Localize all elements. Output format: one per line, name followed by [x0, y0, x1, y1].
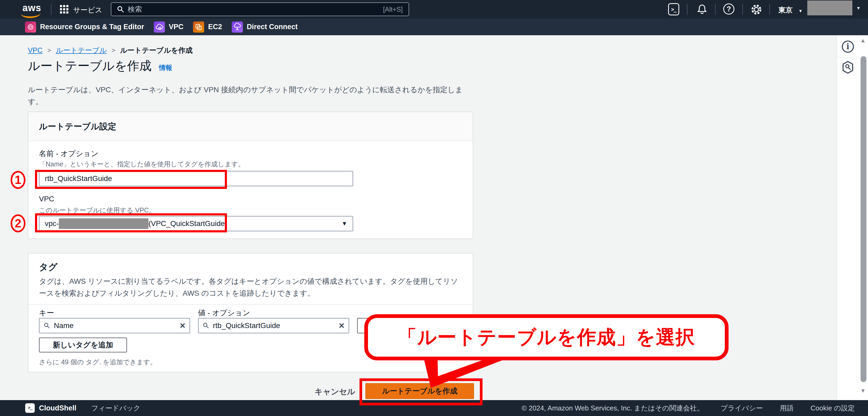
topbar-divider [742, 4, 743, 15]
favorite-label: VPC [169, 23, 184, 31]
region-label: 東京 [778, 6, 793, 14]
footer-cloudshell[interactable]: CloudShell [39, 404, 76, 412]
footer-copyright: © 2024, Amazon Web Services, Inc. またはその関… [522, 404, 704, 413]
services-menu[interactable]: サービス [73, 5, 102, 15]
account-menu-chevron-down-icon[interactable]: ▼ [856, 6, 861, 10]
aws-console-screen: aws サービス 検索 [Alt+S] >_ ? [0, 0, 868, 416]
tags-panel-header: タグ [39, 261, 58, 273]
search-icon [44, 322, 50, 329]
direct-connect-icon [232, 22, 243, 33]
breadcrumb: VPC > ルートテーブル > ルートテーブルを作成 [28, 45, 193, 55]
vpc-icon [154, 22, 165, 33]
settings-panel-header: ルートテーブル設定 [28, 112, 473, 141]
tags-divider [28, 304, 473, 305]
breadcrumb-vpc-link[interactable]: VPC [28, 46, 43, 55]
annotation-step-2-badge: 2 [10, 214, 26, 232]
search-shortcut: [Alt+S] [383, 6, 403, 13]
help-icon[interactable]: ? [723, 3, 734, 14]
resource-groups-icon [25, 22, 36, 33]
aws-smile-arc [21, 12, 40, 18]
select-chevron-down-icon: ▼ [341, 220, 347, 227]
name-field-helper: 「Name」というキーと、指定した値を使用してタグを作成します。 [39, 160, 245, 168]
clear-key-icon[interactable]: × [180, 322, 185, 330]
cloudshell-icon[interactable]: >_ [668, 3, 679, 15]
services-grid-icon[interactable] [60, 5, 69, 14]
notifications-bell-icon[interactable] [696, 3, 708, 15]
search-placeholder: 検索 [128, 4, 379, 14]
tags-panel-description: タグは、AWS リソースに割り当てるラベルです。各タグはキーとオプションの値で構… [39, 275, 463, 299]
tag-key-value: Name [54, 321, 74, 330]
vpc-field-label: VPC [39, 195, 54, 203]
resources-hexagon-icon[interactable] [841, 60, 854, 74]
tags-remaining-text: さらに 49 個の タグ. を追加できます。 [39, 358, 157, 366]
search-input[interactable]: 検索 [Alt+S] [111, 2, 409, 16]
favorite-label: Resource Groups & Tag Editor [40, 23, 144, 31]
add-new-tag-button[interactable]: 新しいタグを追加 [39, 338, 127, 352]
favorite-label: EC2 [208, 23, 222, 31]
breadcrumb-separator: > [112, 46, 115, 54]
favorite-vpc[interactable]: VPC [154, 22, 184, 33]
annotation-callout-bubble: 「ルートテーブルを作成」を選択 [364, 314, 728, 360]
footer-terms-link[interactable]: 用語 [780, 404, 794, 413]
breadcrumb-separator: > [48, 46, 51, 54]
tag-value-value: rtb_QuickStartGuide [213, 321, 280, 330]
cancel-button[interactable]: キャンセル [313, 386, 355, 397]
tag-value-label: 値 - オプション [198, 308, 250, 318]
annotation-box-vpc-select [35, 213, 227, 232]
search-icon [203, 322, 209, 329]
tag-key-label: キー [39, 308, 54, 318]
favorite-resource-groups[interactable]: Resource Groups & Tag Editor [25, 22, 144, 33]
info-panel-icon[interactable]: i [842, 40, 854, 53]
annotation-box-name-input [35, 170, 227, 189]
tag-key-input[interactable]: Name × [39, 318, 190, 333]
page-title: ルートテーブルを作成 [28, 58, 151, 74]
aws-logo[interactable]: aws [20, 3, 44, 16]
page-heading: ルートテーブルを作成 情報 [28, 58, 172, 74]
favorite-direct-connect[interactable]: Direct Connect [232, 22, 298, 33]
region-selector[interactable]: 東京 ▼ [778, 5, 803, 15]
footer-privacy-link[interactable]: プライバシー [721, 404, 763, 413]
search-icon [117, 6, 124, 13]
footer-cookies-link[interactable]: Cookie の設定 [810, 404, 855, 413]
cloudshell-footer-icon[interactable]: >_ [25, 403, 35, 413]
ec2-icon [193, 22, 204, 33]
footer-feedback[interactable]: フィードバック [91, 404, 141, 413]
top-navigation-bar: aws サービス 検索 [Alt+S] >_ ? [0, 0, 868, 19]
name-field-label: 名前 - オプション [39, 149, 98, 159]
breadcrumb-route-tables-link[interactable]: ルートテーブル [56, 45, 107, 55]
page-description: ルートテーブルは、VPC、インターネット、および VPN 接続内のサブネット間で… [28, 84, 464, 107]
settings-gear-icon[interactable] [750, 3, 763, 16]
favorite-ec2[interactable]: EC2 [193, 22, 222, 33]
scroll-down-arrow[interactable]: ▼ [859, 387, 867, 394]
aws-logo-text: aws [22, 2, 41, 13]
chevron-down-icon: ▼ [799, 9, 803, 13]
tag-value-input[interactable]: rtb_QuickStartGuide × [198, 318, 349, 333]
breadcrumb-current-page: ルートテーブルを作成 [120, 45, 193, 55]
favorites-bar: Resource Groups & Tag Editor VPC EC2 Dir… [0, 19, 868, 35]
topbar-divider [715, 4, 716, 15]
annotation-step-1-badge: 1 [10, 171, 26, 189]
scroll-up-arrow[interactable]: ▲ [859, 37, 867, 44]
scrollbar-thumb[interactable] [861, 56, 866, 382]
topbar-divider [769, 4, 770, 15]
topbar-divider [687, 4, 687, 15]
callout-text: 「ルートテーブルを作成」を選択 [398, 325, 695, 350]
info-link[interactable]: 情報 [159, 63, 172, 72]
clear-value-icon[interactable]: × [339, 322, 344, 330]
account-name-redacted[interactable] [807, 1, 852, 15]
topbar-divider [51, 4, 52, 15]
favorite-label: Direct Connect [247, 23, 298, 31]
rail-divider [836, 57, 858, 58]
